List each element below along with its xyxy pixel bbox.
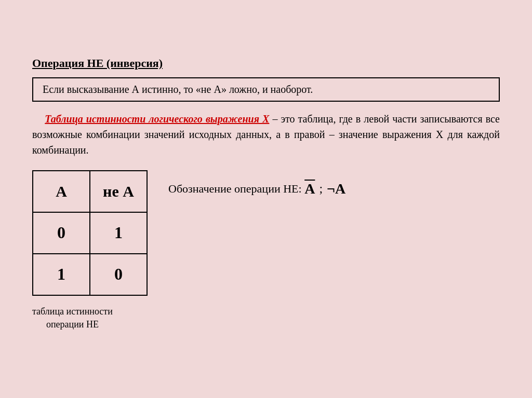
body-text: Таблица истинности логического выражения… <box>32 111 500 158</box>
truth-table: А не А 0 1 1 0 <box>32 170 148 296</box>
cell-nota-1: 0 <box>90 254 147 295</box>
definition-box: Если высказывание А истинно, то «не А» л… <box>32 77 500 102</box>
cell-nota-0: 1 <box>90 212 147 254</box>
highlight-text: Таблица истинности логического выражения… <box>45 113 269 125</box>
table-row: 1 0 <box>33 254 147 295</box>
notation-symbol2: ¬А <box>327 181 345 197</box>
col-header-nota: не А <box>90 171 147 212</box>
content-row: А не А 0 1 1 0 таблица истинности <box>32 170 500 331</box>
table-caption: таблица истинности операции НЕ <box>32 305 113 331</box>
definition-text: Если высказывание А истинно, то «не А» л… <box>43 84 313 95</box>
notation-section: Обозначение операции НЕ: А ; ¬А <box>168 170 345 197</box>
table-caption-line2: операции НЕ <box>46 319 99 330</box>
notation-label: Обозначение операции НЕ: <box>168 182 302 196</box>
cell-a-0: 0 <box>33 212 90 254</box>
col-header-a: А <box>33 171 90 212</box>
main-container: Операция НЕ (инверсия) Если высказывание… <box>17 46 515 352</box>
cell-a-1: 1 <box>33 254 90 295</box>
table-row: 0 1 <box>33 212 147 254</box>
notation-symbol1: А <box>304 181 315 197</box>
notation-separator: ; <box>319 182 323 196</box>
page-title: Операция НЕ (инверсия) <box>32 57 500 70</box>
table-caption-line1: таблица истинности <box>32 306 113 317</box>
table-section: А не А 0 1 1 0 таблица истинности <box>32 170 148 331</box>
